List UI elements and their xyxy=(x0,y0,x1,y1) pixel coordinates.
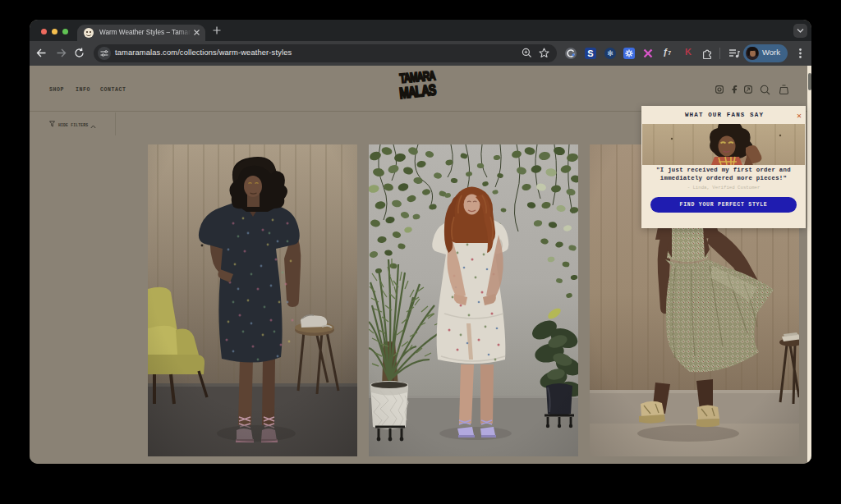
svg-text:MALAS: MALAS xyxy=(398,80,437,102)
